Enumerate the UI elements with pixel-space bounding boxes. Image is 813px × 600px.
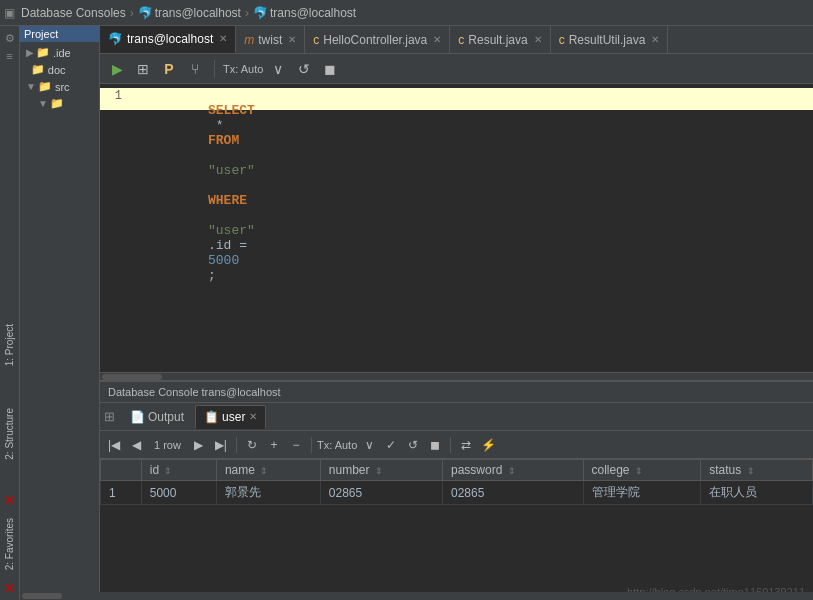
table-header-row: id ⇕ name ⇕ number ⇕ <box>101 460 813 481</box>
branch-button[interactable]: ⑂ <box>184 58 206 80</box>
tab-hello[interactable]: c HelloController.java ✕ <box>305 26 450 54</box>
cell-id: 5000 <box>141 481 216 505</box>
tree-item-src[interactable]: ▼ 📁 src <box>24 78 95 95</box>
code-editor[interactable]: 1 SELECT * FROM "user" WHERE "user" .id … <box>100 84 813 372</box>
bottom-panel: Database Console trans@localhost ⊞ 📄 Out… <box>100 380 813 600</box>
sort-icon-number[interactable]: ⇕ <box>375 466 383 476</box>
col-header-password[interactable]: password ⇕ <box>442 460 583 481</box>
num-5000: 5000 <box>208 253 239 268</box>
cell-status: 在职人员 <box>701 481 813 505</box>
tab-bar: 🐬 trans@localhost ✕ m twist ✕ c HelloCon… <box>100 26 813 54</box>
tab-close-console[interactable]: ✕ <box>219 33 227 44</box>
cell-college: 管理学院 <box>583 481 701 505</box>
tab-label-hello: HelloController.java <box>323 33 427 47</box>
structure-icon[interactable]: ≡ <box>2 48 18 64</box>
tx-dropdown-bottom[interactable]: ∨ <box>359 435 379 455</box>
app-icon: ▣ <box>4 6 15 20</box>
tab-label-console: trans@localhost <box>127 32 213 46</box>
remove-row-button[interactable]: − <box>286 435 306 455</box>
user-tab-close[interactable]: ✕ <box>249 411 257 422</box>
editor-toolbar: ▶ ⊞ P ⑂ Tx: Auto ∨ ↺ ◼ <box>100 54 813 84</box>
main-content: 🐬 trans@localhost ✕ m twist ✕ c HelloCon… <box>100 26 813 600</box>
tree-arrow-sub: ▼ <box>38 98 48 109</box>
col-header-rownum <box>101 460 142 481</box>
col-label-number: number <box>329 463 370 477</box>
tx-rollback-btn[interactable]: ↺ <box>403 435 423 455</box>
breadcrumb-trans-1[interactable]: trans@localhost <box>155 6 241 20</box>
tx-dropdown-icon[interactable]: ∨ <box>267 58 289 80</box>
col-header-status[interactable]: status ⇕ <box>701 460 813 481</box>
favorites-tab[interactable]: 2: Favorites <box>2 514 17 574</box>
tab-close-twist[interactable]: ✕ <box>288 34 296 45</box>
structure-tab[interactable]: 2: Structure <box>2 404 17 464</box>
tab-close-hello[interactable]: ✕ <box>433 34 441 45</box>
cell-password: 02865 <box>442 481 583 505</box>
sort-icon-id[interactable]: ⇕ <box>164 466 172 476</box>
col-header-name[interactable]: name ⇕ <box>216 460 320 481</box>
sort-icon-password[interactable]: ⇕ <box>508 466 516 476</box>
breadcrumb-database-consoles[interactable]: Database Consoles <box>21 6 126 20</box>
user-tab-icon: 📋 <box>204 410 219 424</box>
tx-stop-icon[interactable]: ◼ <box>319 58 341 80</box>
col-header-number[interactable]: number ⇕ <box>320 460 442 481</box>
tab-twist[interactable]: m twist ✕ <box>236 26 305 54</box>
project-sidebar: Project ▶ 📁 .ide 📁 doc ▼ 📁 src ▼ 📁 <box>20 26 100 600</box>
str-user1: "user" <box>208 163 255 178</box>
nav-next-button[interactable]: ▶ <box>189 435 209 455</box>
h-scrollbar[interactable] <box>20 592 100 600</box>
kw-from: FROM <box>208 133 239 148</box>
sort-icon-status[interactable]: ⇕ <box>747 466 755 476</box>
project-tab[interactable]: 1: Project <box>2 320 17 370</box>
tree-item-sub[interactable]: ▼ 📁 <box>24 95 95 112</box>
nav-last-button[interactable]: ▶| <box>211 435 231 455</box>
col-header-college[interactable]: college ⇕ <box>583 460 701 481</box>
settings-icon[interactable]: ⚙ <box>2 30 18 46</box>
tx-commit-btn[interactable]: ✓ <box>381 435 401 455</box>
project-header: Project <box>20 26 99 42</box>
close-icon[interactable]: ✕ <box>0 488 20 512</box>
tab-close-result[interactable]: ✕ <box>534 34 542 45</box>
tx-label: Tx: Auto <box>223 63 263 75</box>
close-icon-2[interactable]: ✕ <box>0 576 20 600</box>
sort-icon-college[interactable]: ⇕ <box>635 466 643 476</box>
result-table-wrap[interactable]: id ⇕ name ⇕ number ⇕ <box>100 459 813 584</box>
tree-item-ide[interactable]: ▶ 📁 .ide <box>24 44 95 61</box>
tree-item-doc[interactable]: 📁 doc <box>24 61 95 78</box>
project-title: Project <box>24 28 58 40</box>
folder-icon-ide: 📁 <box>36 46 50 59</box>
sort-icon-name[interactable]: ⇕ <box>260 466 268 476</box>
tab-result[interactable]: c Result.java ✕ <box>450 26 550 54</box>
tab-icon-twist: m <box>244 33 254 47</box>
tx-label-bottom: Tx: Auto <box>317 439 357 451</box>
sep-1 <box>214 60 215 78</box>
tx-stop-btn[interactable]: ◼ <box>425 435 445 455</box>
run-button[interactable]: ▶ <box>106 58 128 80</box>
bottom-tab-user[interactable]: 📋 user ✕ <box>195 405 266 429</box>
add-row-button[interactable]: + <box>264 435 284 455</box>
cell-rownum: 1 <box>101 481 142 505</box>
editor-hscroll[interactable] <box>100 372 813 380</box>
tx-rollback-icon[interactable]: ↺ <box>293 58 315 80</box>
filter-button[interactable]: ⚡ <box>478 435 498 455</box>
breadcrumb-host-icon-2: 🐬 <box>253 6 268 20</box>
op-dotid: .id = <box>208 238 255 253</box>
tab-close-resultutil[interactable]: ✕ <box>651 34 659 45</box>
tab-resultutil[interactable]: c ResultUtil.java ✕ <box>551 26 669 54</box>
format-button[interactable]: ⊞ <box>132 58 154 80</box>
breadcrumb-trans-2[interactable]: trans@localhost <box>270 6 356 20</box>
nav-prev-button[interactable]: ◀ <box>126 435 146 455</box>
tab-console[interactable]: 🐬 trans@localhost ✕ <box>100 26 236 54</box>
bottom-tab-output[interactable]: 📄 Output <box>121 405 193 429</box>
tab-label-twist: twist <box>258 33 282 47</box>
str-user2: "user" <box>208 223 255 238</box>
nav-first-button[interactable]: |◀ <box>104 435 124 455</box>
pin-button[interactable]: P <box>158 58 180 80</box>
btm-sep-3 <box>450 437 451 453</box>
refresh-button[interactable]: ↻ <box>242 435 262 455</box>
table-row[interactable]: 1 5000 郭景先 02865 02865 管理学院 在职人员 <box>101 481 813 505</box>
col-label-status: status <box>709 463 741 477</box>
bottom-toolbar: |◀ ◀ 1 row ▶ ▶| ↻ + − Tx: Auto ∨ ✓ ↺ ◼ ⇄… <box>100 431 813 459</box>
col-header-id[interactable]: id ⇕ <box>141 460 216 481</box>
export-button[interactable]: ⇄ <box>456 435 476 455</box>
bottom-panel-icon[interactable]: ⊞ <box>104 409 115 424</box>
